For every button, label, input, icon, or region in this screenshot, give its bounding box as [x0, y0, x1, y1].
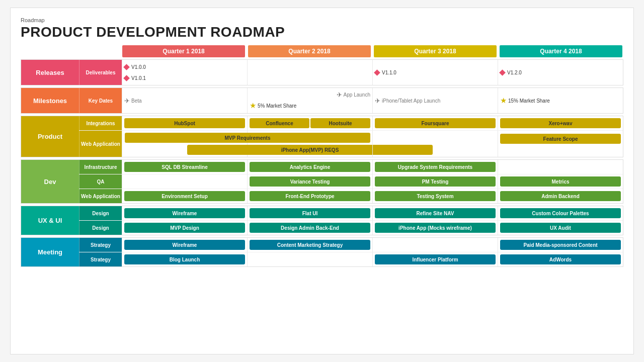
releases-q2	[247, 60, 372, 85]
infra-q2: Analytics Engine	[247, 160, 372, 174]
milestones-section: Milestones Key Dates ✈Beta ✈App Launch ★…	[21, 87, 623, 114]
infra-data: SQL DB Streamline Analytics Engine Upgra…	[122, 160, 623, 174]
star-icon: ★	[250, 101, 256, 110]
wireframe-mtg-bar: Wireframe	[124, 240, 245, 250]
releases-data: V1.0.0 V1.0.1 V1.1.0 V1.2.	[122, 60, 623, 85]
qa-q3: PM Testing	[372, 174, 498, 189]
qa-sub: QA	[79, 174, 122, 189]
integrations-data: HubSpot Confluence Hootsuite Foursquare …	[122, 116, 623, 130]
meeting-data2: Blog Launch Influencer Platform AdWords	[122, 252, 623, 266]
milestones-sub-label: Key Dates	[79, 88, 122, 113]
uxui-row1: Design Wireframe Flat UI Refine Site NAV…	[79, 206, 623, 221]
webapp-q2: MVP Requirements iPhone App(MVP) REQS	[247, 131, 372, 157]
int-q3: Foursquare	[372, 116, 498, 130]
mtg2-q1: Blog Launch	[122, 252, 247, 266]
webapp-data: MVP Requirements iPhone App(MVP) REQS Fe…	[122, 131, 623, 157]
ux2-q2: Design Admin Back-End	[247, 221, 372, 235]
meeting-data1: Wireframe Content Marketing Strategy Pai…	[122, 238, 623, 252]
webapp-q4: Feature Scope	[498, 131, 623, 157]
v120-marker: V1.2.0	[500, 70, 522, 75]
analytics-bar: Analytics Engine	[250, 162, 370, 172]
dev-webapp-data: Environment Setup Front-End Prototype Te…	[122, 189, 623, 203]
mtg2-q4: AdWords	[498, 252, 623, 266]
ux2-q4: UX Audit	[498, 221, 623, 235]
milestones-q4: ★15% Market Share	[498, 88, 623, 113]
hubspot-bar: HubSpot	[124, 118, 245, 128]
v101-marker: V1.0.1	[124, 75, 245, 81]
meeting-row1: Strategy Wireframe Content Marketing Str…	[79, 238, 623, 252]
testing-bar: Testing System	[375, 191, 496, 201]
ux-q1: Wireframe	[122, 206, 247, 220]
subtitle: Roadmap	[21, 17, 623, 23]
market15-marker: ★15% Market Share	[500, 96, 621, 105]
product-label: Product	[21, 116, 79, 157]
webapp-sub: Web Application	[79, 131, 122, 157]
product-webapp-row: Web Application MVP Requirements iPhone …	[79, 131, 623, 157]
roadmap-table: Quarter 1 2018 Quarter 2 2018 Quarter 3 …	[21, 45, 623, 267]
meeting-sub2: Strategy	[79, 252, 122, 266]
meeting-label: Meeting	[21, 238, 79, 266]
meeting-row2: Strategy Blog Launch Influencer Platform…	[79, 252, 623, 266]
v100-marker: V1.0.0	[124, 64, 245, 70]
iphone-launch-marker: ✈iPhone/Tablet App Launch	[375, 97, 496, 105]
releases-q3: V1.1.0	[372, 60, 498, 85]
dev-webapp-row: Web Application Environment Setup Front-…	[79, 189, 623, 203]
v110-marker: V1.1.0	[375, 70, 396, 75]
integrations-sub: Integrations	[79, 116, 122, 130]
admin-bar: Admin Backend	[500, 191, 621, 201]
infra-q3: Upgrade System Requirements	[372, 160, 498, 174]
page-title: PRODUCT DEVELOPMENT ROADMAP	[21, 24, 623, 40]
pmtest-bar: PM Testing	[375, 176, 496, 187]
uxui-label: UX & UI	[21, 206, 79, 235]
uxui-data2: MVP Design Design Admin Back-End iPhone …	[122, 221, 623, 235]
adwords-bar: AdWords	[500, 254, 621, 264]
uxui-sub1: Design	[79, 206, 122, 220]
influencer-bar: Influencer Platform	[375, 254, 496, 264]
plane-icon: ✈	[375, 97, 380, 105]
bloglaunch-bar: Blog Launch	[124, 254, 245, 264]
product-section: Product Integrations HubSpot Confluence …	[21, 116, 623, 157]
plane-icon: ✈	[337, 91, 342, 99]
product-rows: Integrations HubSpot Confluence Hootsuit…	[79, 116, 623, 157]
dev-webapp-sub: Web Application	[79, 189, 122, 203]
designadmin-bar: Design Admin Back-End	[250, 223, 370, 233]
milestones-label: Milestones	[21, 88, 79, 113]
qa-q1	[122, 174, 247, 189]
ux-q4: Custom Colour Palettes	[498, 206, 623, 220]
paidmedia-bar: Paid Media-sponsored Content	[500, 240, 621, 250]
upgrade-bar: Upgrade System Requirements	[375, 162, 496, 172]
releases-section: Releases Deliverables V1.0.0 V1.0.1	[21, 59, 623, 85]
colourpalettes-bar: Custom Colour Palettes	[500, 208, 621, 218]
ux-q2: Flat UI	[247, 206, 372, 220]
int-q1: HubSpot	[122, 116, 247, 130]
star-icon: ★	[500, 96, 507, 105]
q1-header: Quarter 1 2018	[122, 45, 245, 57]
releases-label: Releases	[21, 60, 79, 85]
refinenav-bar: Refine Site NAV	[375, 208, 496, 218]
milestones-q2: ✈App Launch ★5% Market Share	[247, 88, 372, 113]
iphoneapp-bar: iPhone App (Mocks wireframe)	[375, 223, 496, 233]
content-mktg-bar: Content Marketing Strategy	[250, 240, 370, 250]
int-q4: Xero+wav	[498, 116, 623, 130]
meeting-rows: Strategy Wireframe Content Marketing Str…	[79, 238, 623, 266]
applaunch-marker: ✈App Launch	[250, 91, 370, 99]
q4-header: Quarter 4 2018	[500, 45, 622, 57]
mtg-q3	[372, 238, 498, 252]
dev-section: Dev Infrastructure SQL DB Streamline Ana…	[21, 159, 623, 204]
ux2-q1: MVP Design	[122, 221, 247, 235]
uxui-rows: Design Wireframe Flat UI Refine Site NAV…	[79, 206, 623, 235]
releases-sub-label: Deliverables	[79, 60, 122, 85]
frontend-bar: Front-End Prototype	[250, 191, 370, 201]
variance-bar: Variance Testing	[250, 176, 370, 187]
uxaudit-bar: UX Audit	[500, 223, 621, 233]
beta-marker: ✈Beta	[124, 97, 245, 105]
mtg-q4: Paid Media-sponsored Content	[498, 238, 623, 252]
meeting-section: Meeting Strategy Wireframe Content Marke…	[21, 237, 623, 267]
int-q2: Confluence Hootsuite	[247, 116, 372, 130]
sql-bar: SQL DB Streamline	[124, 162, 245, 172]
dev-qa-row: QA Variance Testing PM Testing Metrics	[79, 174, 623, 189]
webapp-q3	[372, 131, 498, 157]
dev-infra-row: Infrastructure SQL DB Streamline Analyti…	[79, 160, 623, 174]
milestones-q1: ✈Beta	[122, 88, 247, 113]
mtg2-q3: Influencer Platform	[372, 252, 498, 266]
